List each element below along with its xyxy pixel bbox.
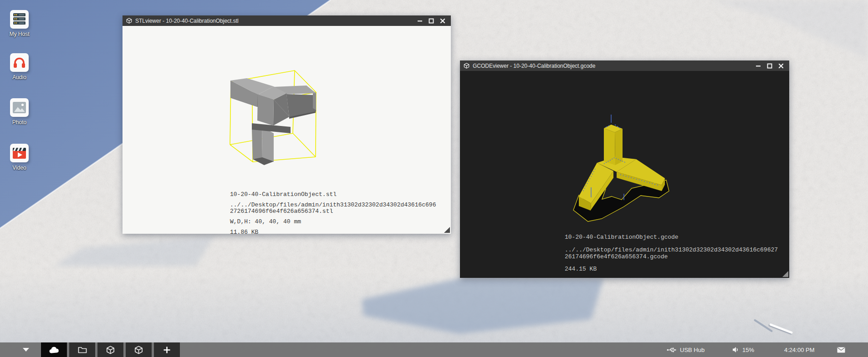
tray-volume[interactable]: 15% [732,342,754,357]
stl-filename: 10-20-40-CalibrationObject.stl [230,191,436,198]
folder-icon [78,346,87,353]
taskbar-button-files[interactable] [69,342,95,357]
desktop-icon-photo[interactable]: Photo [0,98,39,126]
gcode-viewer-window: GCODEviewer - 10-20-40-CalibrationObject… [460,60,789,278]
cube-icon [106,346,115,354]
tray-clock[interactable]: 4:24:00 PM [784,342,815,357]
gcode-path-line2: 26174696f6e4f626a656374.gcode [565,253,778,260]
cube-app-icon [464,63,470,69]
taskbar-collapse-button[interactable] [19,342,33,357]
stl-file-info: 10-20-40-CalibrationObject.stl ../../Des… [230,191,436,234]
desktop-icon-video[interactable]: Video [0,144,39,171]
usb-icon [667,347,677,353]
resize-grip[interactable] [782,271,788,277]
gcode-window-title: GCODEviewer - 10-20-40-CalibrationObject… [473,63,595,69]
taskbar-button-cloud[interactable] [41,342,67,357]
desktop-icon-label: Video [0,165,39,171]
tray-usb-hub[interactable]: USB Hub [667,342,705,357]
desktop-icon-audio[interactable]: Audio [0,53,39,80]
gcode-path-line1: ../../Desktop/files/admin/inith31302d323… [565,246,778,253]
audio-headphones-icon [10,53,29,72]
clock-label: 4:24:00 PM [784,347,815,353]
tray-notifications[interactable] [837,342,845,357]
volume-label: 15% [742,347,754,353]
desktop-icon-label: Audio [0,74,39,80]
gcode-filename: 10-20-40-CalibrationObject.gcode [565,234,778,241]
stl-viewport[interactable]: 10-20-40-CalibrationObject.stl ../../Des… [123,26,451,234]
desktop-icon-my-host[interactable]: My Host [0,10,39,37]
my-host-icon [10,10,29,29]
stl-title-bar[interactable]: STLviewer - 10-20-40-CalibrationObject.s… [123,15,451,26]
speaker-icon [732,347,739,353]
chevron-down-icon [23,348,29,352]
maximize-button[interactable] [429,18,434,24]
gcode-file-info: 10-20-40-CalibrationObject.gcode ../../D… [565,234,778,272]
stl-dimensions: W,D,H: 40, 40, 40 mm [230,218,436,225]
taskbar-button-add[interactable] [154,342,180,357]
cloud-icon [49,346,60,354]
stl-viewer-window: STLviewer - 10-20-40-CalibrationObject.s… [123,15,451,234]
cube-app-icon [126,18,132,24]
taskbar-button-gcode-viewer[interactable] [126,342,152,357]
maximize-button[interactable] [767,63,772,69]
gcode-viewport[interactable]: 10-20-40-CalibrationObject.gcode ../../D… [460,71,789,278]
gcode-title-bar[interactable]: GCODEviewer - 10-20-40-CalibrationObject… [460,60,789,71]
cube-icon [134,346,143,354]
minimize-button[interactable] [417,18,423,24]
minimize-button[interactable] [756,63,761,69]
usb-hub-label: USB Hub [680,347,705,353]
plus-icon [163,346,171,354]
resize-grip[interactable] [444,227,450,233]
photo-image-icon [10,98,29,117]
gcode-filesize: 244.15 KB [565,266,778,272]
close-button[interactable] [778,63,784,69]
desktop-icon-label: Photo [0,119,39,126]
taskbar-button-stl-viewer[interactable] [97,342,123,357]
envelope-icon [837,347,845,353]
video-clapperboard-icon [10,144,29,162]
taskbar: USB Hub 15% 4:24:00 PM [0,342,868,357]
stl-path-line1: ../../Desktop/files/admin/inith31302d323… [230,202,436,208]
stl-filesize: 11.86 KB [230,229,436,234]
close-button[interactable] [440,18,445,24]
stl-window-title: STLviewer - 10-20-40-CalibrationObject.s… [135,18,239,24]
desktop-icon-label: My Host [0,31,39,37]
stl-path-line2: 2726174696f6e4f626a656374.stl [230,208,436,215]
